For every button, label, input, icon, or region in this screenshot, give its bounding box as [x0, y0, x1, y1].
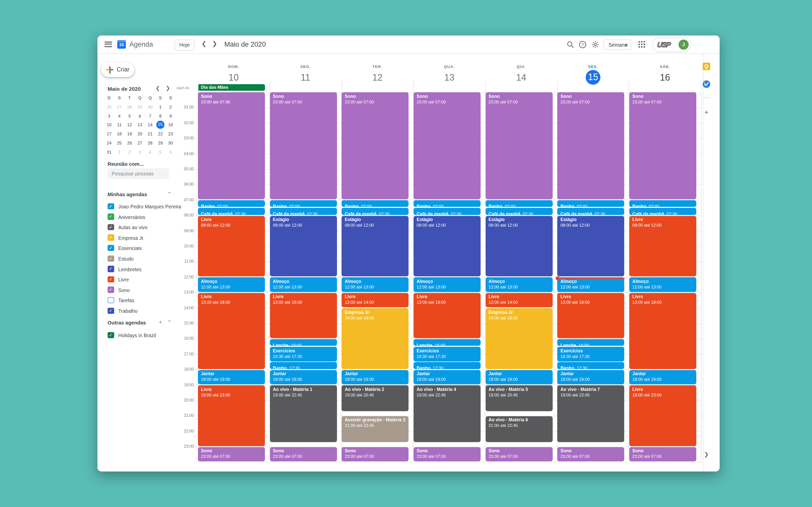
main-menu-icon[interactable]: [105, 42, 112, 47]
calendar-event[interactable]: Ao vivo - Matéria 719:00 até 22:45: [557, 385, 624, 442]
calendar-event[interactable]: Assistir gravação - Matéria 321:00 até 2…: [342, 416, 409, 442]
calendar-event[interactable]: Exercícios16:30 até 17:30: [557, 347, 624, 361]
calendar-event[interactable]: Jantar18:00 até 19:00: [557, 370, 624, 384]
keep-icon[interactable]: [702, 62, 711, 71]
calendar-event[interactable]: Estágio08:00 até 12:00: [486, 216, 552, 276]
calendar-event[interactable]: Sono23:00 até 07:00: [486, 93, 552, 200]
next-week-icon[interactable]: ❯: [211, 40, 218, 47]
calendar-event[interactable]: Estágio08:00 até 12:00: [414, 216, 480, 276]
calendar-list-item[interactable]: ✓Joao Pedro Marques Pereira: [105, 202, 188, 211]
calendar-event[interactable]: Sono23:00 até 07:00: [414, 93, 480, 200]
calendar-event[interactable]: Livre13:00 até 16:00: [414, 293, 480, 338]
calendar-event[interactable]: Sono23:00 até 07:00: [342, 93, 409, 200]
calendar-event[interactable]: Lanche, 16:00: [557, 339, 624, 346]
calendar-event[interactable]: Almoço12:00 até 13:00: [486, 277, 552, 292]
week-grid[interactable]: Sono23:00 até 07:00Banho, 07:00Café da m…: [198, 92, 701, 462]
get-add-ons-icon[interactable]: +: [702, 108, 711, 117]
calendar-event[interactable]: Banho, 07:00: [629, 200, 696, 207]
calendar-event[interactable]: Jantar18:00 até 19:00: [486, 370, 552, 384]
settings-gear-icon[interactable]: [591, 41, 599, 49]
minical-day[interactable]: 3: [104, 112, 114, 120]
calendar-event[interactable]: Café da manhã, 07:30: [629, 208, 696, 215]
today-button[interactable]: Hoje: [174, 39, 194, 50]
minical-day[interactable]: 9: [165, 112, 175, 120]
calendar-event[interactable]: Sono23:00 até 07:00: [342, 447, 409, 461]
calendar-event[interactable]: Jantar18:00 até 19:00: [629, 370, 696, 384]
calendar-event[interactable]: Ao vivo - Matéria 519:00 até 20:45: [486, 385, 552, 411]
calendar-event[interactable]: Sono23:00 até 07:00: [629, 93, 696, 200]
calendar-event[interactable]: Livre19:00 até 23:00: [629, 385, 696, 446]
calendar-event[interactable]: Livre13:00 até 18:00: [198, 293, 265, 369]
day-header-mon[interactable]: SEG.11: [269, 64, 341, 85]
unchecked-checkbox[interactable]: [108, 297, 114, 303]
google-apps-grid-icon[interactable]: [639, 41, 645, 48]
calendar-event[interactable]: Sono23:00 até 07:00: [414, 447, 480, 461]
calendar-event[interactable]: Banho, 07:00: [198, 200, 265, 207]
calendar-list-item[interactable]: ✓Empresa Jr.: [105, 233, 188, 242]
minical-day[interactable]: 7: [145, 112, 155, 120]
calendar-event[interactable]: Empresa Jr.14:00 até 18:00: [486, 308, 552, 369]
calendar-event[interactable]: Jantar18:00 até 19:00: [270, 370, 337, 384]
prev-week-icon[interactable]: ❮: [200, 40, 208, 47]
search-icon[interactable]: [566, 41, 574, 49]
calendar-event[interactable]: Sono23:00 até 07:00: [198, 447, 265, 461]
calendar-event[interactable]: Sono23:00 até 07:00: [270, 93, 337, 200]
calendar-event[interactable]: Livre13:00 até 16:00: [270, 293, 337, 338]
avatar[interactable]: J: [678, 40, 689, 50]
calendar-event[interactable]: Ao vivo - Matéria 219:00 até 20:45: [342, 385, 409, 411]
calendar-event[interactable]: Café da manhã, 07:30: [342, 208, 409, 215]
day-header-tue[interactable]: TER.12: [342, 64, 413, 85]
collapse-rail-chevron-icon[interactable]: ❯: [702, 450, 711, 458]
calendar-event[interactable]: Sono23:00 até 07:00: [557, 93, 624, 200]
day-header-wed[interactable]: QUA.13: [413, 64, 485, 85]
calendar-event[interactable]: Café da manhã, 07:30: [198, 208, 265, 215]
calendar-event[interactable]: Exercícios16:30 até 17:30: [270, 347, 337, 361]
calendar-event[interactable]: Livre13:00 até 14:00: [342, 293, 409, 307]
calendar-event[interactable]: Almoço12:00 até 13:00: [629, 277, 696, 292]
calendar-event[interactable]: Banho, 17:30: [414, 362, 480, 369]
calendar-event[interactable]: Banho, 17:30: [270, 362, 337, 369]
calendar-event[interactable]: Livre13:00 até 14:00: [486, 293, 552, 307]
collapse-chevron-icon[interactable]: ⌃: [166, 191, 172, 197]
account-area[interactable]: USP J: [652, 38, 691, 52]
minical-next-icon[interactable]: ❯: [165, 85, 171, 91]
calendar-event[interactable]: Livre19:00 até 23:00: [198, 385, 265, 446]
calendar-event[interactable]: Exercícios16:30 até 17:30: [414, 347, 480, 361]
minical-day[interactable]: 6: [135, 112, 145, 120]
calendar-event[interactable]: Almoço12:00 até 13:00: [414, 277, 480, 292]
view-selector-dropdown[interactable]: Semana: [603, 39, 631, 49]
calendar-event[interactable]: Café da manhã, 07:30: [557, 208, 624, 215]
calendar-event[interactable]: Jantar18:00 até 19:00: [342, 370, 409, 384]
calendar-event[interactable]: Estágio08:00 até 12:00: [270, 216, 337, 276]
tasks-icon[interactable]: [702, 79, 711, 89]
calendar-list-item[interactable]: ✓Lembretes: [105, 265, 188, 274]
calendar-event[interactable]: Estágio08:00 até 12:00: [557, 216, 624, 276]
calendar-event[interactable]: Empresa Jr.14:00 até 18:00: [342, 308, 409, 369]
calendar-event[interactable]: Almoço12:00 até 13:00: [342, 277, 409, 292]
minical-day[interactable]: 8: [155, 112, 165, 120]
calendar-event[interactable]: Sono23:00 até 07:00: [198, 93, 265, 200]
calendar-event[interactable]: Sono23:00 até 07:00: [557, 447, 624, 461]
calendar-event[interactable]: Lanche, 16:00: [414, 339, 480, 346]
day-header-thu[interactable]: QUI.14: [485, 64, 557, 85]
calendar-event[interactable]: Lanche, 16:00: [270, 339, 337, 346]
calendar-event[interactable]: Ao vivo - Matéria 119:00 até 22:45: [270, 385, 337, 442]
calendar-event[interactable]: Jantar18:00 até 19:00: [198, 370, 265, 384]
calendar-event[interactable]: Café da manhã, 07:30: [414, 208, 480, 215]
calendar-event[interactable]: Banho, 17:30: [557, 362, 624, 369]
calendar-event[interactable]: Sono23:00 até 07:00: [486, 447, 552, 461]
minical-day[interactable]: 5: [124, 112, 135, 120]
calendar-event[interactable]: Ao vivo - Matéria 419:00 até 22:45: [414, 385, 480, 442]
day-header-sun[interactable]: DOM.10: [198, 64, 269, 85]
calendar-event[interactable]: Almoço12:00 até 13:00: [198, 277, 265, 292]
calendar-event[interactable]: Sono23:00 até 07:00: [270, 447, 337, 461]
checked-checkbox[interactable]: ✓: [108, 266, 114, 272]
calendar-event[interactable]: Sono23:00 até 07:00: [629, 447, 696, 461]
calendar-list-item[interactable]: Tarefas: [105, 296, 188, 305]
all-day-event[interactable]: Dia das Mães: [198, 84, 265, 91]
calendar-event[interactable]: Ao vivo - Matéria 621:00 até 22:45: [486, 416, 552, 442]
calendar-event[interactable]: Café da manhã, 07:30: [486, 208, 552, 215]
calendar-event[interactable]: Banho, 07:00: [342, 200, 409, 207]
calendar-event[interactable]: Livre13:00 até 16:00: [557, 293, 624, 338]
calendar-event[interactable]: Banho, 07:00: [414, 200, 480, 207]
